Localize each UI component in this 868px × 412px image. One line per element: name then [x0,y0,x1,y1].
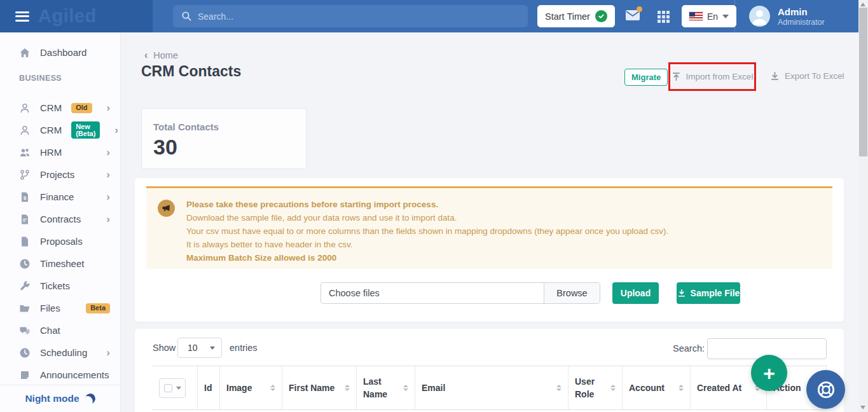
sort-icon[interactable] [270,385,275,392]
sidebar-item-projects[interactable]: Projects › [0,163,120,186]
upload-button[interactable]: Upload [612,282,659,304]
sort-icon[interactable] [403,385,408,392]
add-contact-fab[interactable]: + [751,355,787,391]
sidebar-item-dashboard[interactable]: Dashboard [0,41,120,64]
lifebuoy-icon [816,380,836,400]
sidebar-item-hrm[interactable]: HRM › [0,141,120,163]
scrollbar-thumb[interactable] [859,8,867,156]
chat-icon [19,325,31,336]
sidebar-item-label: Announcements [40,369,109,380]
stat-label: Total Contacts [153,121,294,132]
night-mode-toggle[interactable]: Night mode [0,385,120,412]
page-size-value: 10 [188,343,198,353]
sidebar-item-files[interactable]: Files Beta [0,297,120,319]
column-header-first-name[interactable]: First Name [282,366,356,409]
sidebar-item-label: CRM [40,125,62,135]
breadcrumb[interactable]: ‹ Home [144,50,178,61]
help-fab[interactable] [806,370,845,409]
migrate-button[interactable]: Migrate [624,69,668,86]
sidebar-item-label: Scheduling [40,347,87,358]
page-title: CRM Contacts [141,63,241,80]
app-window: Agiled Search... Start Timer En [0,0,868,412]
chevron-down-icon [176,387,181,390]
column-header-email[interactable]: Email [415,366,568,409]
sort-icon[interactable] [679,385,684,392]
moon-icon [84,393,96,405]
sidebar: Dashboard BUSINESS CRM Old › CRM New (Be… [0,32,121,412]
chevron-right-icon: › [114,125,118,135]
scroll-up-arrow[interactable] [860,3,865,6]
file-input[interactable]: Choose files Browse [320,282,600,304]
column-header-user-role[interactable]: User Role [568,366,622,409]
page-size-select[interactable]: 10 [177,338,222,358]
alert-line: Your csv must have equal to or more colu… [186,224,668,238]
checkbox[interactable] [164,384,172,392]
sidebar-item-contracts[interactable]: Contracts › [0,208,120,230]
sidebar-item-finance[interactable]: $ Finance › [0,186,120,208]
sidebar-item-timesheet[interactable]: Timesheet [0,252,120,275]
contract-icon [19,214,31,225]
download-icon [677,289,686,298]
upload-icon [672,72,681,81]
sidebar-item-chat[interactable]: Chat [0,319,120,341]
sidebar-item-label: Dashboard [40,47,86,58]
sort-icon[interactable] [610,385,616,392]
sidebar-item-label: Timesheet [40,258,84,269]
beta-badge: Beta [86,303,110,313]
scroll-down-arrow[interactable] [860,406,865,409]
sort-icon[interactable] [556,385,561,392]
sidebar-item-crm-new[interactable]: CRM New (Beta) › [0,119,120,141]
sort-icon[interactable] [345,385,350,392]
start-timer-button[interactable]: Start Timer [537,5,615,27]
old-badge: Old [71,103,92,113]
sample-file-button[interactable]: Sample File [677,282,740,304]
clock-icon [19,258,31,270]
avatar [749,6,770,27]
sample-file-label: Sample File [691,288,740,298]
app-logo[interactable]: Agiled [38,6,97,27]
language-label: En [707,11,718,22]
chevron-right-icon: › [106,347,110,358]
chevron-right-icon: › [106,147,110,158]
table-search-label: Search: [673,343,705,354]
browse-button[interactable]: Browse [544,283,600,303]
import-label: Import from Excel [686,72,754,81]
highlight-annotation: Import from Excel [668,62,756,91]
user-menu[interactable]: Admin Administrator [734,0,858,32]
column-header-last-name[interactable]: Last Name [356,366,415,409]
scrollbar[interactable] [858,0,868,412]
alert-line: It is always better to have header in th… [186,238,668,251]
messages-icon[interactable] [625,8,642,24]
file-input-value: Choose files [321,283,544,303]
select-all-button[interactable] [159,378,186,398]
sidebar-item-label: Projects [40,169,74,180]
column-header-id[interactable]: Id [197,366,219,409]
stat-value: 30 [153,135,294,160]
timer-check-icon [595,10,607,22]
sidebar-item-scheduling[interactable]: Scheduling › [0,341,120,364]
show-label: Show [153,343,176,353]
person-icon [19,125,31,136]
import-precautions-alert: Please take these precautions before sta… [146,186,832,269]
alert-line: Maximum Batch Size allowed is 2000 [186,251,668,264]
column-header-image[interactable]: Image [219,366,282,409]
sidebar-item-label: HRM [40,147,62,158]
import-from-excel-button[interactable]: Import from Excel [672,72,754,81]
sidebar-item-tickets[interactable]: Tickets [0,275,120,297]
document-icon [19,236,31,247]
breadcrumb-home-link[interactable]: Home [153,50,178,60]
sidebar-item-proposals[interactable]: Proposals [0,230,120,252]
export-to-excel-button[interactable]: Export To Excel [770,71,844,81]
night-mode-label: Night mode [25,393,79,404]
sidebar-item-label: Proposals [40,236,83,247]
search-placeholder: Search... [198,11,233,22]
us-flag-icon [689,12,703,20]
apps-grid-icon[interactable] [658,11,670,23]
sidebar-item-announcements[interactable]: Announcements [0,364,120,386]
language-selector[interactable]: En [682,5,736,27]
wrench-icon [19,280,31,292]
sidebar-item-crm-old[interactable]: CRM Old › [0,97,120,119]
column-header-account[interactable]: Account [622,366,690,409]
menu-toggle-icon[interactable] [15,9,29,24]
global-search-input[interactable]: Search... [173,5,528,27]
